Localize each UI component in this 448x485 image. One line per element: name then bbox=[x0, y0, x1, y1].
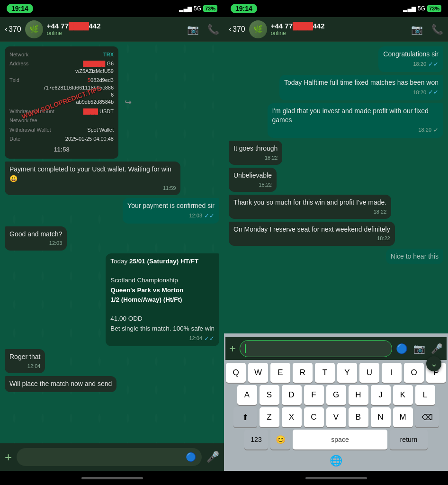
key-r[interactable]: R bbox=[293, 363, 313, 383]
key-w[interactable]: W bbox=[248, 363, 268, 383]
sticker-icon[interactable]: 🔵 bbox=[186, 452, 196, 462]
right-contact-name: +44 77████442 bbox=[271, 22, 407, 30]
glad-invest-text: I'm glad that you invest and made profit… bbox=[272, 107, 429, 124]
key-h[interactable]: H bbox=[349, 385, 368, 405]
roger-that-bubble: Roger that 12:04 bbox=[5, 349, 45, 373]
shift-key[interactable]: ⬆ bbox=[233, 407, 257, 427]
forward-icon[interactable]: ↪ bbox=[125, 97, 132, 108]
unbelievable-bubble: Unbelievable 18:22 bbox=[229, 168, 277, 192]
right-phone-call-icon[interactable]: 📞 bbox=[431, 24, 443, 35]
key-k[interactable]: K bbox=[393, 385, 413, 405]
unbelievable-time: 18:22 bbox=[259, 181, 272, 189]
right-contact-avatar[interactable]: 🌿 bbox=[249, 20, 267, 38]
keyboard-row-2: A S D F G H J K L bbox=[225, 385, 447, 405]
key-f[interactable]: F bbox=[304, 385, 324, 405]
unbelievable-text: Unbelievable bbox=[233, 171, 272, 179]
key-q[interactable]: Q bbox=[226, 363, 246, 383]
halftime-text: Today Halftime full time fixed matches h… bbox=[284, 79, 439, 86]
sticker-kbd-icon[interactable]: 🔵 bbox=[396, 343, 408, 354]
key-b[interactable]: B bbox=[349, 407, 368, 427]
key-i[interactable]: I bbox=[382, 363, 402, 383]
back-button[interactable]: ‹ 370 bbox=[5, 24, 21, 34]
key-z[interactable]: Z bbox=[260, 407, 279, 427]
kbd-attach-icon[interactable]: + bbox=[229, 342, 236, 355]
congrats-bubble: Congratulations sir 18:20 ✓✓ bbox=[378, 46, 443, 72]
key-e[interactable]: E bbox=[270, 363, 290, 383]
date-value: 2025-01-25 04:00:48 bbox=[65, 135, 114, 143]
date-label: Date bbox=[9, 135, 20, 143]
globe-row: 🌐 bbox=[225, 452, 447, 469]
mic-kbd-icon[interactable]: 🎤 bbox=[431, 343, 443, 354]
left-nav-bar: ‹ 370 🌿 +44 77████442 online 📷 📞 bbox=[0, 17, 224, 42]
right-video-call-icon[interactable]: 📷 bbox=[411, 24, 423, 35]
phone-call-icon[interactable]: 📞 bbox=[207, 24, 219, 35]
key-d[interactable]: D bbox=[282, 385, 302, 405]
good-match-time: 12:03 bbox=[49, 240, 63, 247]
scroll-down-button[interactable]: ⌄ bbox=[426, 356, 441, 371]
congrats-tick: ✓✓ bbox=[428, 60, 439, 69]
key-y[interactable]: Y bbox=[337, 363, 357, 383]
halftime-time: 18:20 bbox=[413, 89, 426, 96]
key-c[interactable]: C bbox=[304, 407, 324, 427]
key-x[interactable]: X bbox=[282, 407, 302, 427]
avatar-image: 🌿 bbox=[25, 20, 43, 38]
key-v[interactable]: V bbox=[326, 407, 346, 427]
key-o[interactable]: O bbox=[404, 363, 424, 383]
globe-icon[interactable]: 🌐 bbox=[330, 455, 342, 467]
txid-value: 5082d9ed3 717e628116fd661118b95c8866 ab9… bbox=[43, 77, 114, 106]
camera-kbd-icon[interactable]: 📷 bbox=[413, 343, 425, 354]
emoji-key[interactable]: 😊 bbox=[270, 430, 290, 449]
payment-confirmed-text: Your payment is confirmed sir bbox=[127, 202, 215, 209]
return-key[interactable]: return bbox=[390, 430, 428, 449]
keyboard[interactable]: + 🔵 📷 🎤 Q W E R T Y U I O P A S bbox=[224, 333, 448, 471]
space-key[interactable]: space bbox=[293, 430, 387, 449]
payment-waiting-bubble: Payment completed to your Usdt wallet. W… bbox=[5, 162, 180, 195]
match-info-row: Today 25/01 (Saturday) HT/FT Scotland Ch… bbox=[5, 253, 219, 346]
key-l[interactable]: L bbox=[415, 385, 435, 405]
match-info-text: Today 25/01 (Saturday) HT/FT Scotland Ch… bbox=[110, 257, 215, 333]
left-phone-panel: 19:14 ▂▄▆ 5G 73% ‹ 370 🌿 +44 77████442 o… bbox=[0, 0, 224, 485]
glad-invest-bubble: I'm glad that you invest and made profit… bbox=[268, 103, 443, 138]
key-t[interactable]: T bbox=[315, 363, 335, 383]
right-contact-info: +44 77████442 online bbox=[271, 22, 407, 36]
txn-message-row: Network TRX Address ██████ G6 wZ5AZizMcf… bbox=[5, 46, 219, 159]
goes-through-text: It goes through bbox=[233, 144, 278, 152]
thank-you-time: 18:22 bbox=[374, 208, 387, 216]
good-match-text: Good and match? bbox=[9, 230, 62, 238]
key-n[interactable]: N bbox=[371, 407, 391, 427]
txid-label: Txid bbox=[9, 77, 19, 106]
attach-icon[interactable]: + bbox=[5, 450, 12, 465]
congrats-row: Congratulations sir 18:20 ✓✓ bbox=[229, 46, 443, 72]
contact-avatar[interactable]: 🌿 bbox=[25, 20, 43, 38]
good-match-row: Good and match? 12:03 bbox=[5, 226, 219, 251]
thank-you-text: Thank you so much for this win and profi… bbox=[233, 198, 386, 206]
txn-time: 11:58 bbox=[9, 145, 114, 154]
key-j[interactable]: J bbox=[371, 385, 391, 405]
congrats-time: 18:20 bbox=[413, 61, 426, 68]
goes-through-row: It goes through 18:22 bbox=[229, 141, 443, 165]
key-s[interactable]: S bbox=[260, 385, 279, 405]
chevron-down-icon: ⌄ bbox=[430, 359, 438, 369]
right-back-button[interactable]: ‹ 370 bbox=[229, 24, 245, 34]
txn-bubble: Network TRX Address ██████ G6 wZ5AZizMcf… bbox=[5, 46, 118, 159]
message-input-field[interactable]: 🔵 bbox=[17, 448, 202, 466]
key-a[interactable]: A bbox=[237, 385, 257, 405]
signal-icon: ▂▄▆ bbox=[179, 5, 192, 12]
keyboard-input-row: + 🔵 📷 🎤 bbox=[225, 337, 447, 360]
mic-icon[interactable]: 🎤 bbox=[206, 451, 219, 463]
numbers-key[interactable]: 123 bbox=[244, 430, 268, 449]
wallet-label: Withdrawal Wallet bbox=[9, 126, 51, 134]
right-time: 19:14 bbox=[231, 4, 257, 13]
will-place-text: Will place the match now and send bbox=[9, 380, 112, 387]
right-contact-status: online bbox=[271, 30, 407, 36]
key-g[interactable]: G bbox=[326, 385, 346, 405]
video-call-icon[interactable]: 📷 bbox=[187, 24, 199, 35]
message-input[interactable] bbox=[22, 453, 182, 461]
payment-waiting-text: Payment completed to your Usdt wallet. W… bbox=[9, 165, 171, 182]
key-u[interactable]: U bbox=[359, 363, 379, 383]
delete-key[interactable]: ⌫ bbox=[415, 407, 439, 427]
right-phone-panel: 19:14 ▂▄▆ 5G 73% ‹ 370 🌿 +44 77████442 o… bbox=[224, 0, 448, 485]
key-m[interactable]: M bbox=[393, 407, 413, 427]
kbd-text-input[interactable] bbox=[240, 340, 392, 357]
roger-that-row: Roger that 12:04 bbox=[5, 349, 219, 373]
